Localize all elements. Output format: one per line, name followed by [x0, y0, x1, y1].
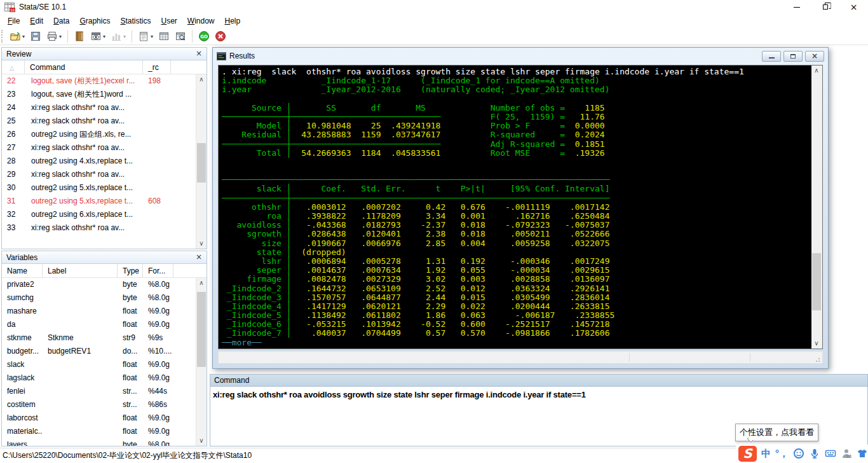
review-rc-header[interactable]: _rc: [143, 60, 171, 74]
menu-graphics[interactable]: Graphics: [74, 15, 115, 27]
variable-row[interactable]: masharefloat%9.0g: [2, 305, 196, 318]
review-row[interactable]: 27xi:reg slack othshr* roa av...: [2, 141, 196, 155]
print-button[interactable]: ▾: [44, 29, 64, 44]
scroll-up-icon[interactable]: ∧: [196, 278, 207, 288]
variables-name-header[interactable]: Name: [2, 264, 43, 277]
review-row[interactable]: 22logout, save (相关性1)ecxel r...198: [2, 74, 196, 88]
chinese-mode-button[interactable]: 中: [761, 448, 771, 460]
review-row-number: 22: [2, 74, 25, 88]
voice-input-button[interactable]: [809, 448, 820, 459]
menu-help[interactable]: Help: [220, 15, 246, 27]
menu-statistics[interactable]: Statistics: [115, 15, 156, 27]
ime-tooltip-text: 个性设置，点我看看: [740, 427, 814, 438]
results-scrollbar[interactable]: ∧ ∨: [811, 66, 822, 349]
variables-scrollbar[interactable]: ∧ ∨: [196, 278, 207, 446]
dropdown-arrow-icon[interactable]: ▾: [22, 34, 25, 39]
review-panel: Review × △ Command _rc 22logout, save (相…: [1, 47, 207, 249]
command-input[interactable]: xi:reg slack othshr* roa avoidloss sgrow…: [210, 387, 867, 403]
review-row[interactable]: 30outreg2 using 5.xls,replace t...: [2, 181, 196, 195]
scroll-down-icon[interactable]: ∨: [811, 338, 822, 349]
review-row[interactable]: 28outreg2 using 4.xls,replace t...: [2, 155, 196, 168]
dropdown-arrow-icon[interactable]: ▾: [103, 34, 105, 39]
menu-file[interactable]: File: [3, 15, 25, 27]
toolbar-grip[interactable]: [1, 30, 4, 43]
scroll-down-icon[interactable]: ∨: [196, 238, 207, 249]
login-button[interactable]: 26: [841, 448, 852, 459]
variable-row[interactable]: materialc...float%9.0g: [2, 425, 196, 438]
scroll-up-icon[interactable]: ∧: [811, 66, 822, 76]
variable-row[interactable]: lagslackfloat%9.0g: [2, 371, 196, 385]
menu-window[interactable]: Window: [182, 15, 220, 27]
dropdown-arrow-icon[interactable]: ▾: [123, 34, 126, 39]
menu-data[interactable]: Data: [48, 15, 74, 27]
resize-grip[interactable]: [815, 356, 822, 363]
results-close-button[interactable]: ×: [805, 51, 824, 62]
data-editor-button[interactable]: [156, 29, 172, 44]
emoji-button[interactable]: [793, 448, 804, 459]
variables-panel-header[interactable]: Variables ×: [2, 251, 207, 264]
review-row[interactable]: 33xi:reg slack othshr* roa av...: [2, 221, 196, 235]
variables-format-header[interactable]: For...: [143, 264, 173, 277]
variable-row[interactable]: laborcostfloat%9.0g: [2, 411, 196, 425]
variable-name: laborcost: [2, 411, 43, 425]
variable-row[interactable]: dafloat%9.0g: [2, 318, 196, 331]
variable-row[interactable]: costitemstr...%86s: [2, 398, 196, 411]
log-button[interactable]: [72, 29, 87, 44]
data-browser-button[interactable]: [173, 29, 188, 44]
review-scroll-thumb[interactable]: [197, 143, 206, 183]
variable-row[interactable]: budgetr...budgetREV1do...%10....: [2, 345, 196, 358]
close-icon: ×: [811, 53, 818, 59]
review-panel-header[interactable]: Review ×: [2, 48, 207, 60]
save-button[interactable]: [28, 29, 43, 44]
variable-format: %86s: [143, 398, 173, 411]
skin-button[interactable]: [857, 448, 868, 459]
results-minimize-button[interactable]: [762, 51, 781, 62]
variables-type-header[interactable]: Type: [118, 264, 143, 277]
review-row[interactable]: 24xi:reg slack othshr* roa av...: [2, 101, 196, 114]
review-row[interactable]: 26outreg2 using 国企组.xls, re...: [2, 128, 196, 141]
review-row[interactable]: 31outreg2 using 5.xls,replace t...608: [2, 195, 196, 208]
review-command-header[interactable]: Command: [25, 60, 143, 74]
sogou-logo-button[interactable]: S: [738, 446, 757, 462]
dofile-editor-button[interactable]: ▾: [136, 29, 155, 44]
variables-scroll-thumb[interactable]: [197, 292, 206, 367]
review-row[interactable]: 32outreg2 using 6.xls,replace t...: [2, 208, 196, 221]
punctuation-button[interactable]: °，: [775, 448, 789, 460]
review-row[interactable]: 23logout, save (相关性1)word ...: [2, 88, 196, 101]
menu-user[interactable]: User: [156, 15, 182, 27]
variable-row[interactable]: stknmeStknmestr9%9s: [2, 331, 196, 345]
review-row[interactable]: 29xi:reg slack othshr* roa av...: [2, 168, 196, 181]
variable-row[interactable]: slackfloat%9.0g: [2, 358, 196, 371]
dropdown-arrow-icon[interactable]: ▾: [151, 34, 153, 39]
minimize-button[interactable]: [782, 0, 811, 14]
review-sort-header[interactable]: △: [2, 60, 25, 74]
results-scroll-thumb[interactable]: [812, 253, 821, 310]
review-scrollbar[interactable]: ∧ ∨: [196, 74, 207, 249]
variable-type: byte: [118, 438, 143, 446]
results-statusbar: [218, 351, 823, 364]
main-titlebar[interactable]: 10 Stata/SE 10.1 ×: [0, 0, 868, 14]
variable-row[interactable]: fenleistr...%44s: [2, 385, 196, 398]
menu-edit[interactable]: Edit: [25, 15, 48, 27]
review-close-button[interactable]: ×: [194, 49, 204, 59]
variable-row[interactable]: private2byte%8.0g: [2, 278, 196, 291]
command-titlebar[interactable]: Command: [210, 375, 867, 387]
dropdown-arrow-icon[interactable]: ▾: [59, 34, 62, 39]
viewer-button[interactable]: ▾: [88, 29, 107, 44]
close-button[interactable]: ×: [839, 0, 868, 14]
variable-row[interactable]: sumchgbyte%8.0g: [2, 291, 196, 305]
variable-row[interactable]: layersbyte%8.0g: [2, 438, 196, 446]
restore-button[interactable]: [811, 0, 839, 14]
scroll-up-icon[interactable]: ∧: [196, 74, 207, 85]
go-button[interactable]: GO: [196, 29, 212, 44]
variables-label-header[interactable]: Label: [43, 264, 118, 277]
results-restore-button[interactable]: [783, 51, 803, 62]
open-button[interactable]: ▾: [8, 29, 27, 44]
soft-keyboard-button[interactable]: [825, 448, 836, 459]
variables-close-button[interactable]: ×: [194, 252, 204, 262]
review-panel-title: Review: [6, 50, 31, 59]
review-row[interactable]: 25xi:reg slack othshr* roa av...: [2, 114, 196, 128]
scroll-down-icon[interactable]: ∨: [196, 436, 207, 446]
break-button[interactable]: [213, 29, 228, 44]
results-titlebar[interactable]: Results ×: [213, 48, 828, 64]
